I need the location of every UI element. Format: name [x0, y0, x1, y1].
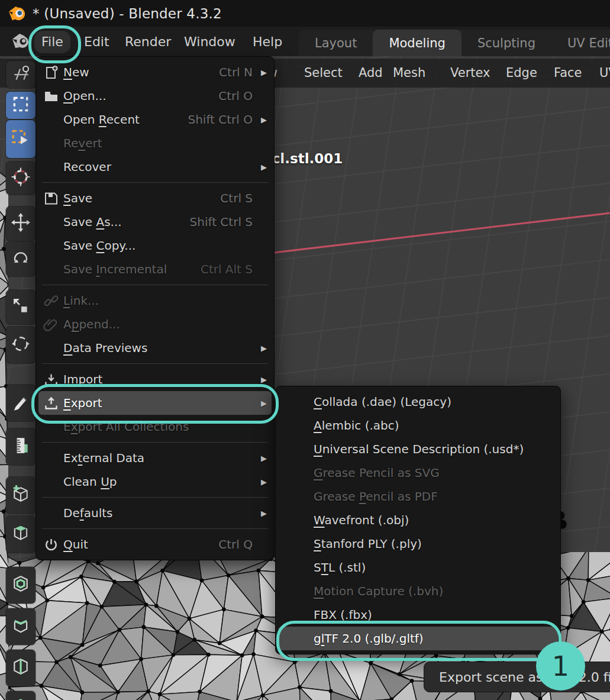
submenu-arrow-icon: ▶ [256, 375, 267, 384]
folder-icon [38, 88, 63, 104]
cursor-tool[interactable] [6, 162, 35, 195]
file-menu-item-save-as[interactable]: Save As...Shift Ctrl S [38, 210, 272, 234]
menu-item-label: FBX (.fbx) [314, 608, 372, 622]
menu-item-label: Save As... [63, 215, 122, 229]
file-menu-item-external-data[interactable]: External Data▶ [38, 446, 272, 470]
export-submenu-item-stl-stl[interactable]: STL (.stl) [278, 556, 558, 579]
menu-item-label: Quit [63, 537, 88, 551]
shortcut-hint: Ctrl S [220, 191, 253, 205]
annotate-tool[interactable] [6, 385, 35, 421]
file-menu-item-new[interactable]: NewCtrl N▶ [38, 60, 272, 84]
select-box-tool[interactable] [6, 92, 35, 119]
knife-tool[interactable] [6, 691, 35, 700]
export-icon [38, 395, 63, 411]
submenu-arrow-icon: ▶ [256, 163, 267, 172]
bevel-tool[interactable] [6, 608, 35, 645]
add-cube-icon [11, 485, 30, 506]
menu-item-label: Save Incremental [63, 262, 167, 276]
submenu-arrow-icon: ▶ [256, 478, 267, 486]
menu-item-label: Link... [63, 293, 99, 308]
menubar-item-render[interactable]: Render [118, 31, 178, 53]
shortcut-hint: Ctrl N [219, 65, 253, 79]
blender-logo-icon [8, 4, 26, 22]
menu-item-label: Revert [63, 136, 102, 150]
submenu-arrow-icon: ▶ [256, 68, 267, 77]
menu-item-label: Open Recent [63, 112, 140, 127]
loop-cut-icon [11, 657, 30, 679]
viewport-menu-face[interactable]: Face [554, 59, 582, 88]
viewport-menu-vertex[interactable]: Vertex [450, 59, 490, 88]
cursor-icon [11, 167, 30, 189]
file-menu-item-recover[interactable]: Recover▶ [38, 155, 272, 179]
menu-separator [42, 528, 268, 529]
viewport-menu-mesh[interactable]: Mesh [393, 59, 425, 88]
menu-item-label: STL (.stl) [314, 560, 366, 575]
tweak-tool[interactable] [6, 61, 35, 88]
file-menu-item-export[interactable]: Export▶ [38, 391, 272, 415]
menu-item-label: External Data [63, 451, 144, 465]
file-menu-item-data-previews[interactable]: Data Previews▶ [38, 336, 272, 360]
file-menu-item-save[interactable]: SaveCtrl S [38, 186, 272, 210]
menu-item-label: Save [63, 191, 92, 205]
file-menu-item-export-all-collections: Export All Collections [38, 415, 272, 438]
menu-item-label: Append... [63, 317, 120, 331]
export-submenu-item-wavefront-obj[interactable]: Wavefront (.obj) [278, 508, 558, 532]
menubar-item-window[interactable]: Window [177, 31, 243, 53]
viewport-menu-uv[interactable]: UV [599, 59, 610, 88]
window-title: * (Unsaved) - Blender 4.3.2 [33, 6, 222, 21]
select-drag-icon [11, 128, 30, 150]
viewport-menu-edge[interactable]: Edge [506, 59, 537, 88]
measure-tool[interactable] [6, 428, 35, 465]
select-drag-tool[interactable] [6, 120, 35, 158]
shortcut-hint: Shift Ctrl S [190, 215, 253, 229]
move-tool[interactable] [6, 207, 35, 241]
tab-modeling[interactable]: Modeling [373, 30, 461, 56]
menu-item-label: Alembic (.abc) [314, 418, 399, 433]
tweak-icon [11, 64, 30, 85]
file-menu-item-open[interactable]: Open...Ctrl O [38, 84, 272, 108]
export-submenu-item-stanford-ply-ply[interactable]: Stanford PLY (.ply) [278, 532, 558, 556]
menu-item-label: Grease Pencil as PDF [314, 489, 438, 504]
menubar-item-edit[interactable]: Edit [77, 31, 117, 53]
transform-icon [11, 334, 30, 356]
top-bar: FileEditRenderWindowHelp LayoutModelingS… [0, 27, 610, 56]
rotate-icon [11, 249, 30, 270]
menubar-item-file[interactable]: File [34, 31, 70, 53]
annotate-icon [11, 392, 30, 414]
file-menu-item-import[interactable]: Import▶ [38, 367, 272, 391]
inset-faces-tool[interactable] [6, 567, 35, 604]
file-menu-item-defaults[interactable]: Defaults▶ [38, 501, 272, 525]
blender-app-icon[interactable] [11, 32, 31, 51]
power-icon [38, 537, 63, 553]
inset-icon [11, 575, 30, 596]
export-submenu-item-gltf-2-0-glb-gltf[interactable]: glTF 2.0 (.glb/.gltf) [278, 627, 558, 650]
viewport-menu-add[interactable]: Add [359, 59, 383, 88]
menu-item-label: Motion Capture (.bvh) [314, 584, 443, 598]
export-submenu-item-collada-dae-legacy[interactable]: Collada (.dae) (Legacy) [278, 390, 558, 414]
menubar-item-help[interactable]: Help [246, 31, 289, 53]
transform-tool[interactable] [6, 327, 35, 363]
menu-item-label: Stanford PLY (.ply) [314, 537, 422, 551]
export-submenu-item-alembic-abc[interactable]: Alembic (.abc) [278, 414, 558, 437]
submenu-arrow-icon: ▶ [256, 115, 267, 124]
file-menu-item-open-recent[interactable]: Open RecentShift Ctrl O▶ [38, 108, 272, 131]
submenu-arrow-icon: ▶ [256, 509, 267, 518]
loop-cut-tool[interactable] [6, 650, 35, 686]
viewport-menu-select[interactable]: Select [304, 59, 343, 88]
rotate-tool[interactable] [6, 242, 35, 276]
file-menu-item-save-copy[interactable]: Save Copy... [38, 234, 272, 257]
export-submenu-item-universal-scene-description-usd[interactable]: Universal Scene Description (.usd*) [278, 437, 558, 461]
extrude-tool[interactable] [6, 516, 35, 553]
export-submenu-item-fbx-fbx[interactable]: FBX (.fbx) [278, 603, 558, 627]
file-menu-item-save-incremental: Save IncrementalCtrl Alt S [38, 257, 272, 281]
file-menu-item-revert: Revert [38, 131, 272, 155]
menu-separator [42, 182, 268, 183]
scale-tool[interactable] [6, 290, 35, 324]
file-menu-item-clean-up[interactable]: Clean Up▶ [38, 470, 272, 493]
add-cube-tool[interactable] [6, 477, 35, 514]
file-menu-item-quit[interactable]: QuitCtrl Q [38, 533, 272, 556]
menu-item-label: Recover [63, 160, 111, 174]
tab-uv-editing[interactable]: UV Editing [551, 30, 610, 56]
tab-layout[interactable]: Layout [299, 30, 373, 56]
tab-sculpting[interactable]: Sculpting [461, 30, 551, 56]
